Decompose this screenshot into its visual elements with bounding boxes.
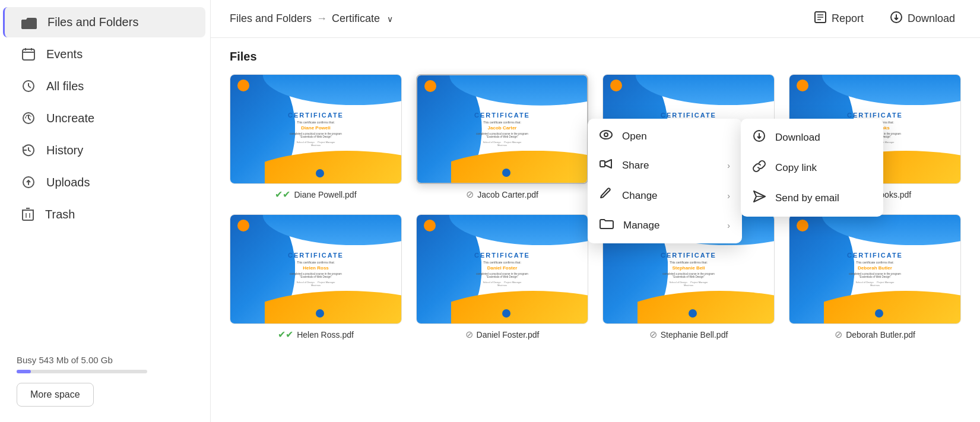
file-thumbnail: CERTIFICATE This certificate confirms th…: [416, 214, 588, 324]
file-thumbnail: CERTIFICATE This certificate confirms th…: [230, 214, 402, 324]
file-name: ⊘ Stephanie Bell.pdf: [649, 329, 728, 340]
more-space-button[interactable]: More space: [17, 383, 94, 407]
link-icon: [753, 160, 766, 176]
folder-icon: [21, 16, 37, 29]
context-menu-share-label: Share: [622, 160, 649, 172]
sidebar-item-label: Files and Folders: [47, 15, 138, 29]
sidebar-item-uncreate[interactable]: Uncreate: [5, 103, 205, 134]
sidebar-item-label: Events: [46, 47, 83, 61]
submenu-send-email[interactable]: Send by email: [741, 183, 883, 213]
file-thumbnail-selected: CERTIFICATE This certificate confirms th…: [416, 74, 588, 184]
edit-icon: [600, 188, 613, 204]
svg-rect-27: [600, 161, 605, 167]
breadcrumb-current[interactable]: Certificate: [332, 12, 380, 25]
svg-rect-14: [23, 210, 33, 220]
submenu-download-label: Download: [775, 132, 820, 144]
sidebar-footer: Busy 543 Mb of 5.00 Gb More space: [0, 345, 210, 416]
file-name-text: Helen Ross.pdf: [297, 330, 354, 339]
file-thumbnail: CERTIFICATE This certificate confirms th…: [789, 214, 961, 324]
status-sync-icon: ⊘: [465, 329, 473, 340]
download-icon: [753, 129, 766, 145]
context-menu-open[interactable]: Open: [588, 122, 742, 150]
breadcrumb-root[interactable]: Files and Folders: [230, 12, 312, 25]
download-label: Download: [908, 12, 955, 25]
sidebar-item-label: History: [46, 144, 83, 157]
status-sync-icon: ⊘: [466, 189, 474, 200]
context-menu-share[interactable]: Share ›: [588, 150, 742, 180]
topbar-actions: Report Download: [808, 7, 961, 30]
report-button[interactable]: Report: [808, 7, 870, 30]
topbar: Files and Folders → Certificate ∨ Report: [211, 0, 980, 38]
file-card[interactable]: CERTIFICATE This certificate confirms th…: [230, 214, 402, 340]
storage-bar-fill: [17, 370, 31, 373]
file-name-text: Stephanie Bell.pdf: [661, 330, 728, 339]
sidebar: Files and Folders Events Al: [0, 0, 211, 422]
context-menu-change[interactable]: Change ›: [588, 180, 742, 211]
folder-open-icon: [600, 218, 614, 233]
status-ok-icon: ✔✔: [275, 189, 290, 200]
sidebar-item-label: Uploads: [46, 176, 90, 189]
submenu-send-email-label: Send by email: [775, 192, 839, 204]
sidebar-item-label: Trash: [45, 208, 75, 221]
files-title: Files: [230, 50, 961, 64]
chevron-down-icon[interactable]: ∨: [387, 14, 393, 24]
chevron-right-icon: ›: [727, 161, 730, 170]
storage-bar-bg: [17, 370, 147, 373]
breadcrumb-arrow: →: [316, 12, 327, 25]
history-icon: [21, 143, 36, 157]
file-name-text: Deborah Butler.pdf: [846, 330, 915, 339]
chevron-right-icon: ›: [727, 221, 730, 230]
breadcrumb: Files and Folders → Certificate ∨: [230, 12, 393, 25]
main-content: Files and Folders → Certificate ∨ Report: [211, 0, 980, 422]
svg-line-11: [28, 150, 30, 151]
eye-icon: [600, 129, 613, 143]
submenu-copy-link[interactable]: Copy link: [741, 153, 883, 183]
file-name-text: Jacob Carter.pdf: [477, 190, 538, 199]
file-card[interactable]: CERTIFICATE This certificate confirms th…: [416, 74, 588, 200]
submenu-download[interactable]: Download: [741, 122, 883, 153]
upload-icon: [21, 175, 36, 189]
sidebar-item-trash[interactable]: Trash: [5, 199, 205, 230]
file-name: ⊘ Daniel Foster.pdf: [465, 329, 540, 340]
submenu-copy-link-label: Copy link: [775, 162, 817, 174]
svg-point-25: [600, 131, 612, 139]
sidebar-nav: Files and Folders Events Al: [0, 6, 210, 231]
download-button[interactable]: Download: [884, 7, 961, 30]
sidebar-item-events[interactable]: Events: [5, 39, 205, 69]
file-thumbnail: CERTIFICATE This certificate confirms th…: [230, 74, 402, 184]
file-card[interactable]: CERTIFICATE This certificate confirms th…: [416, 214, 588, 340]
sidebar-item-uploads[interactable]: Uploads: [5, 167, 205, 198]
context-menu-open-label: Open: [622, 131, 647, 142]
file-card[interactable]: CERTIFICATE This certificate confirms th…: [230, 74, 402, 200]
send-icon: [753, 190, 766, 206]
trash-icon: [21, 207, 34, 221]
context-menu: Open Share › Change ›: [588, 119, 742, 243]
status-sync-icon: ⊘: [649, 329, 657, 340]
file-card[interactable]: CERTIFICATE This certificate confirms th…: [789, 214, 961, 340]
context-menu-manage[interactable]: Manage ›: [588, 211, 742, 240]
svg-line-8: [28, 86, 31, 88]
report-icon: [814, 11, 827, 27]
file-name-text: Diane Powell.pdf: [294, 190, 356, 199]
report-label: Report: [832, 12, 864, 25]
sidebar-item-label: Uncreate: [46, 112, 94, 125]
file-name: ⊘ Deborah Butler.pdf: [835, 329, 915, 340]
context-menu-manage-label: Manage: [623, 220, 659, 231]
file-name: ⊘ Jacob Carter.pdf: [466, 189, 538, 200]
chevron-right-icon: ›: [727, 191, 730, 201]
clock-icon: [21, 79, 36, 93]
submenu: Download Copy link Send by email: [741, 119, 883, 217]
status-sync-icon: ⊘: [835, 329, 842, 340]
uncreate-icon: [21, 111, 36, 125]
context-menu-change-label: Change: [622, 190, 658, 202]
file-name: ✔✔ Diane Powell.pdf: [275, 189, 356, 200]
calendar-icon: [21, 47, 36, 61]
sidebar-item-all-files[interactable]: All files: [5, 71, 205, 101]
sidebar-item-files-folders[interactable]: Files and Folders: [3, 7, 205, 37]
file-name-text: Daniel Foster.pdf: [477, 330, 540, 339]
sidebar-item-label: All files: [46, 80, 84, 93]
file-name: ✔✔ Helen Ross.pdf: [278, 329, 354, 340]
svg-rect-2: [23, 49, 34, 60]
download-icon: [890, 11, 903, 27]
sidebar-item-history[interactable]: History: [5, 135, 205, 166]
